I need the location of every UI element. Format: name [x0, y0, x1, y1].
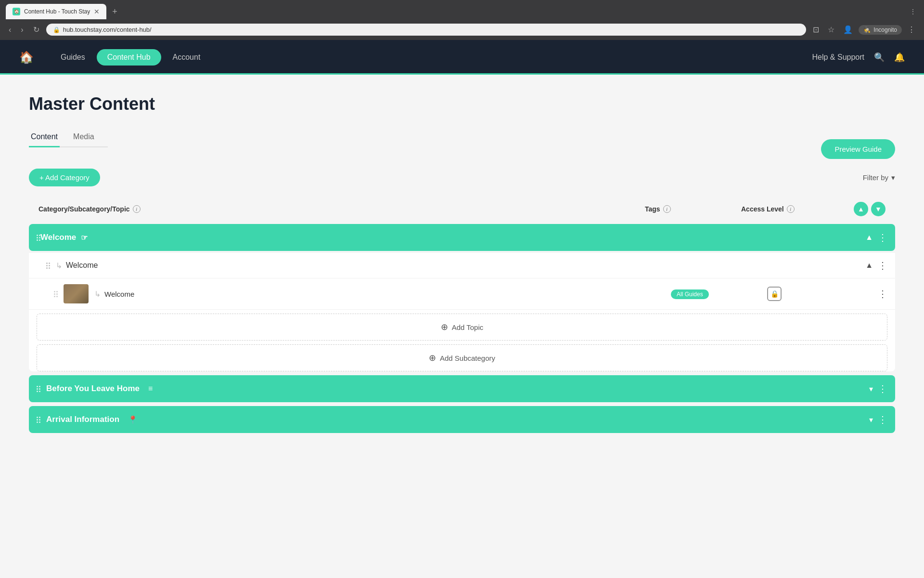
topic-welcome-name[interactable]: Welcome: [104, 290, 671, 298]
category-arrival-information: Arrival Information 📍 ▾ ⋮: [29, 406, 895, 433]
toolbar-icons: ⊡ ☆ 👤 🕵 Incognito ⋮: [810, 23, 918, 36]
bookmark-icon[interactable]: ☆: [825, 23, 837, 36]
category-welcome-expanded: ↳ Welcome ▲ ⋮ ↳ Welcome: [29, 253, 895, 371]
filter-by-label: Filter by: [863, 173, 888, 182]
header-nav: Guides Content Hub Account: [53, 49, 208, 66]
lock-icon: 🔒: [53, 26, 60, 33]
new-tab-button[interactable]: +: [108, 5, 121, 19]
tab-media[interactable]: Media: [71, 128, 96, 147]
arrival-info-label: Arrival Information: [46, 415, 119, 424]
topic-thumbnail: [64, 284, 89, 303]
guides-nav-item[interactable]: Guides: [53, 49, 93, 66]
add-category-button[interactable]: + Add Category: [29, 169, 100, 186]
tags-column-label: Tags: [645, 205, 660, 213]
category-before-leave-actions: ▾ ⋮: [869, 383, 887, 394]
category-welcome-name: Welcome ☞: [40, 233, 865, 242]
tab-content[interactable]: Content: [29, 128, 60, 147]
incognito-badge: 🕵 Incognito: [859, 25, 902, 35]
drag-handle-subcategory: [46, 263, 50, 269]
category-column-label: Category/Subcategory/Topic: [38, 205, 130, 213]
topic-tag-all-guides[interactable]: All Guides: [671, 289, 709, 299]
filter-by-chevron-icon: ▾: [891, 173, 895, 182]
category-before-you-leave-home: Before You Leave Home ≡ ▾ ⋮: [29, 375, 895, 402]
topic-access-level-cell: 🔒: [767, 287, 873, 301]
incognito-icon: 🕵: [863, 26, 871, 33]
drag-handle-topic: [54, 291, 58, 297]
category-arrival-info-name: Arrival Information 📍: [46, 415, 869, 424]
list-icon: ≡: [148, 384, 153, 393]
cast-icon[interactable]: ⊡: [810, 23, 822, 36]
drag-handle-arrival: [37, 417, 40, 423]
account-nav-item[interactable]: Account: [165, 49, 208, 66]
topic-tags-cell: All Guides: [671, 289, 767, 298]
profile-icon[interactable]: 👤: [840, 23, 856, 36]
column-sort-actions: ▲ ▼: [847, 202, 886, 216]
arrival-expand-chevron-icon[interactable]: ▾: [869, 415, 873, 424]
category-before-leave-menu-icon[interactable]: ⋮: [878, 383, 887, 394]
table-header: Category/Subcategory/Topic i Tags i Acce…: [29, 196, 895, 222]
welcome-category-label: Welcome: [40, 233, 76, 242]
category-welcome-actions: ▲ ⋮: [865, 232, 887, 243]
help-support-link[interactable]: Help & Support: [812, 53, 864, 62]
category-arrival-info-row[interactable]: Arrival Information 📍 ▾ ⋮: [29, 406, 895, 433]
preview-guide-button[interactable]: Preview Guide: [821, 139, 895, 159]
more-options-icon[interactable]: ⋮: [905, 23, 918, 36]
subcategory-welcome-actions: ▲ ⋮: [865, 260, 887, 271]
app-header: 🏠 Guides Content Hub Account Help & Supp…: [0, 40, 924, 75]
address-bar[interactable]: 🔒 hub.touchstay.com/content-hub/: [46, 24, 807, 36]
add-topic-button[interactable]: ⊕ Add Topic: [37, 314, 887, 341]
sort-up-button[interactable]: ▲: [854, 202, 868, 216]
active-tab[interactable]: 🏠 Content Hub - Touch Stay ✕: [6, 4, 106, 19]
category-before-leave-row[interactable]: Before You Leave Home ≡ ▾ ⋮: [29, 375, 895, 402]
subcategory-welcome-row: ↳ Welcome ▲ ⋮: [29, 253, 895, 278]
category-welcome-row[interactable]: Welcome ☞ ▲ ⋮: [29, 224, 895, 251]
drag-handle-welcome: [37, 235, 40, 241]
refresh-button[interactable]: ↻: [30, 23, 42, 36]
subcategory-arrow-icon: ↳: [56, 261, 62, 270]
tab-favicon: 🏠: [13, 8, 20, 15]
column-header-category: Category/Subcategory/Topic i: [38, 205, 645, 213]
filter-by-dropdown[interactable]: Filter by ▾: [863, 173, 895, 182]
logo-icon[interactable]: 🏠: [19, 51, 34, 64]
lock-icon[interactable]: 🔒: [767, 287, 782, 301]
category-info-icon[interactable]: i: [133, 205, 141, 213]
drag-handle-before-leave: [37, 386, 40, 392]
tags-info-icon[interactable]: i: [663, 205, 671, 213]
notifications-icon[interactable]: 🔔: [894, 52, 905, 63]
forward-button[interactable]: ›: [18, 24, 26, 36]
subcategory-collapse-icon[interactable]: ▲: [865, 261, 873, 270]
column-header-tags: Tags i: [645, 205, 741, 213]
search-icon[interactable]: 🔍: [874, 52, 885, 63]
category-before-leave-name: Before You Leave Home ≡: [46, 384, 869, 394]
browser-toolbar: ‹ › ↻ 🔒 hub.touchstay.com/content-hub/ ⊡…: [0, 19, 924, 40]
page-content: Master Content Content Media Preview Gui…: [0, 75, 924, 556]
category-welcome-menu-icon[interactable]: ⋮: [878, 232, 887, 243]
back-button[interactable]: ‹: [6, 24, 14, 36]
subcategory-welcome-menu-icon[interactable]: ⋮: [878, 260, 887, 271]
browser-window: 🏠 Content Hub - Touch Stay ✕ + ⋮ ‹ › ↻ 🔒…: [0, 0, 924, 40]
tab-title: Content Hub - Touch Stay: [24, 8, 90, 15]
before-leave-label: Before You Leave Home: [46, 384, 140, 394]
tab-expand-icon: ⋮: [908, 6, 918, 17]
toolbar-row: + Add Category Filter by ▾: [29, 169, 895, 186]
page-title: Master Content: [29, 94, 895, 114]
category-arrival-menu-icon[interactable]: ⋮: [878, 414, 887, 425]
expand-chevron-icon[interactable]: ▾: [869, 384, 873, 394]
category-welcome: Welcome ☞ ▲ ⋮ ↳ Welcome ▲ ⋮: [29, 224, 895, 371]
collapse-chevron-icon[interactable]: ▲: [865, 233, 873, 242]
access-level-info-icon[interactable]: i: [787, 205, 795, 213]
content-hub-nav-item[interactable]: Content Hub: [97, 49, 161, 66]
sort-down-button[interactable]: ▼: [871, 202, 886, 216]
header-right: Help & Support 🔍 🔔: [812, 52, 905, 63]
content-tabs: Content Media: [29, 128, 108, 147]
topic-welcome-menu-icon[interactable]: ⋮: [878, 288, 887, 300]
add-subcategory-label: Add Subcategory: [440, 354, 495, 362]
topic-arrow-icon: ↳: [94, 289, 101, 299]
tab-close-button[interactable]: ✕: [94, 8, 100, 15]
add-topic-plus-icon: ⊕: [441, 322, 448, 332]
subcategory-welcome-name: Welcome: [66, 261, 865, 270]
tab-bar: 🏠 Content Hub - Touch Stay ✕ + ⋮: [0, 0, 924, 19]
incognito-label: Incognito: [873, 26, 897, 33]
add-subcategory-button[interactable]: ⊕ Add Subcategory: [37, 344, 887, 371]
pin-icon: 📍: [128, 415, 138, 424]
